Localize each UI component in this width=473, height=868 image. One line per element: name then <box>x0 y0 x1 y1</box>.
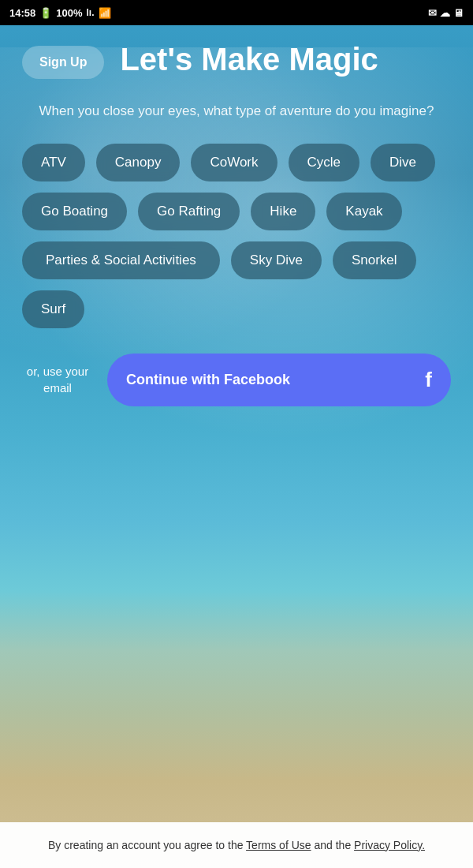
status-time: 14:58 <box>9 7 35 19</box>
bottom-section: or, use youremail Continue with Facebook… <box>22 354 451 406</box>
status-bar: 14:58 🔋 100% lı. 📶 ✉ ☁ 🖥 <box>0 0 473 25</box>
status-left: 14:58 🔋 100% lı. 📶 <box>9 7 111 19</box>
main-content: Sign Up Let's Make Magic When you close … <box>0 25 473 435</box>
tag-hike[interactable]: Hike <box>251 193 315 230</box>
tags-container: ATV Canopy CoWork Cycle Dive Go Boating … <box>22 144 451 328</box>
tag-snorkel[interactable]: Snorkel <box>333 241 416 279</box>
screen-icon: 🖥 <box>453 7 464 19</box>
tag-cycle[interactable]: Cycle <box>289 144 360 181</box>
title-block: Let's Make Magic <box>120 41 451 77</box>
tag-cowork[interactable]: CoWork <box>191 144 277 181</box>
tag-parties[interactable]: Parties & Social Activities <box>22 241 220 279</box>
or-email-text: or, use youremail <box>22 363 93 396</box>
tag-dive[interactable]: Dive <box>371 144 435 181</box>
footer: By creating an account you agree to the … <box>0 822 473 868</box>
facebook-icon: f <box>425 368 432 392</box>
signal-icon: lı. <box>87 7 95 18</box>
facebook-button[interactable]: Continue with Facebook f <box>107 354 451 406</box>
mail-icon: ✉ <box>428 7 437 19</box>
facebook-button-label: Continue with Facebook <box>126 372 290 388</box>
battery-icon: 🔋 <box>39 7 52 19</box>
footer-text1: By creating an account you agree to the <box>48 839 246 851</box>
terms-link[interactable]: Terms of Use <box>246 839 311 851</box>
cloud-icon: ☁ <box>440 7 450 19</box>
tag-surf[interactable]: Surf <box>22 290 84 328</box>
tag-go-rafting[interactable]: Go Rafting <box>138 193 240 230</box>
tag-go-boating[interactable]: Go Boating <box>22 193 127 230</box>
signup-button[interactable]: Sign Up <box>22 46 104 79</box>
privacy-link[interactable]: Privacy Policy. <box>354 839 425 851</box>
tag-atv[interactable]: ATV <box>22 144 85 181</box>
tag-sky-dive[interactable]: Sky Dive <box>231 241 322 279</box>
footer-text2: and the <box>311 839 355 851</box>
subtitle-text: When you close your eyes, what type of a… <box>22 101 451 122</box>
battery-percent: 100% <box>56 7 82 19</box>
tag-kayak[interactable]: Kayak <box>326 193 401 230</box>
tag-canopy[interactable]: Canopy <box>96 144 181 181</box>
page-title: Let's Make Magic <box>120 41 451 77</box>
wifi-icon: 📶 <box>99 7 111 19</box>
header-row: Sign Up Let's Make Magic <box>22 41 451 79</box>
status-right: ✉ ☁ 🖥 <box>428 7 464 19</box>
